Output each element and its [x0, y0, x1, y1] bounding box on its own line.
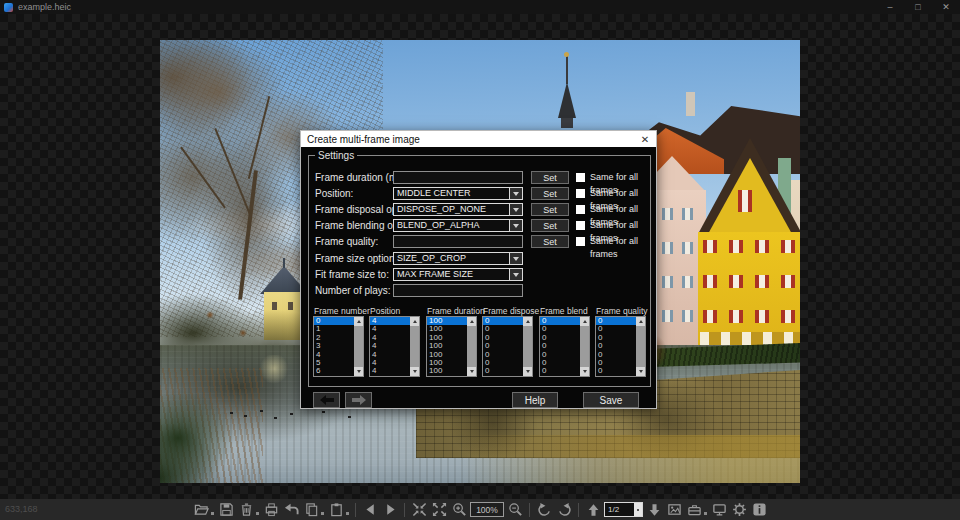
size-option-dropdown[interactable]: SIZE_OP_CROP [393, 252, 523, 265]
floppy-save-icon [219, 502, 234, 517]
next-image-button[interactable] [381, 501, 399, 519]
delete-button[interactable] [237, 501, 255, 519]
page-up-button[interactable] [584, 501, 602, 519]
next-frame-button[interactable] [345, 392, 372, 408]
image-view-button[interactable] [665, 501, 683, 519]
chevron-down-icon[interactable] [509, 269, 522, 280]
dropdown-dot-icon[interactable] [256, 512, 259, 515]
copy-button[interactable] [302, 501, 320, 519]
same-all-frames-checkbox[interactable] [576, 173, 585, 182]
photo-spire [566, 56, 568, 84]
scrollbar[interactable] [467, 317, 476, 376]
scroll-up-icon[interactable] [523, 317, 532, 326]
scroll-up-icon[interactable] [580, 317, 589, 326]
dropdown-dot-icon[interactable] [704, 512, 707, 515]
scroll-up-icon[interactable] [467, 317, 476, 326]
scrollbar[interactable] [580, 317, 589, 376]
page-down-button[interactable] [645, 501, 663, 519]
blending-dropdown[interactable]: BLEND_OP_ALPHA [393, 219, 523, 232]
print-button[interactable] [262, 501, 280, 519]
cursor-coordinates: 633,168 [5, 499, 38, 520]
toolbar-separator [529, 503, 530, 517]
same-all-frames-checkbox[interactable] [576, 237, 585, 246]
toolbar-buttons: 100% 1/2 [192, 499, 768, 520]
set-button[interactable]: Set [531, 203, 569, 216]
zoom-in-button[interactable] [450, 501, 468, 519]
set-button[interactable]: Set [531, 235, 569, 248]
page-dropdown-icon[interactable] [634, 503, 642, 516]
frame-number-list[interactable]: 0 1 2 3 4 5 6 [313, 316, 364, 377]
quality-label: Frame quality: [315, 235, 378, 248]
dialog-close-icon[interactable]: ✕ [638, 131, 652, 147]
arrow-down-icon [648, 503, 661, 517]
same-all-frames-checkbox[interactable] [576, 221, 585, 230]
scrollbar[interactable] [523, 317, 532, 376]
scroll-down-icon[interactable] [523, 367, 532, 376]
settings-button[interactable] [730, 501, 748, 519]
previous-image-button[interactable] [361, 501, 379, 519]
tools-button[interactable] [685, 501, 703, 519]
minimize-button[interactable]: – [876, 0, 904, 14]
page-indicator[interactable]: 1/2 [604, 502, 643, 517]
list-header-frame-number: Frame number [314, 306, 370, 316]
disposal-dropdown[interactable]: DISPOSE_OP_NONE [393, 203, 523, 216]
chevron-down-icon[interactable] [509, 253, 522, 264]
zoom-level-indicator[interactable]: 100% [470, 502, 504, 517]
scroll-down-icon[interactable] [636, 367, 645, 376]
plays-input[interactable] [393, 284, 523, 297]
blending-value: BLEND_OP_ALPHA [397, 220, 480, 230]
set-button[interactable]: Set [531, 219, 569, 232]
scroll-up-icon[interactable] [354, 317, 363, 326]
position-list[interactable]: 4 4 4 4 4 4 4 [369, 316, 420, 377]
help-button[interactable]: Help [512, 392, 558, 408]
scrollbar[interactable] [410, 317, 419, 376]
position-label: Position: [315, 187, 353, 200]
display-button[interactable] [710, 501, 728, 519]
fit-to-window-button[interactable] [410, 501, 428, 519]
dropdown-dot-icon[interactable] [321, 512, 324, 515]
set-button[interactable]: Set [531, 187, 569, 200]
paste-button[interactable] [327, 501, 345, 519]
set-button[interactable]: Set [531, 171, 569, 184]
same-all-frames-checkbox[interactable] [576, 205, 585, 214]
frame-dispose-list[interactable]: 0 0 0 0 0 0 0 [482, 316, 533, 377]
rotate-right-button[interactable] [555, 501, 573, 519]
chevron-down-icon[interactable] [509, 188, 522, 199]
scroll-down-icon[interactable] [467, 367, 476, 376]
scroll-down-icon[interactable] [410, 367, 419, 376]
frame-quality-list[interactable]: 0 0 0 0 0 0 0 [595, 316, 646, 377]
info-button[interactable] [750, 501, 768, 519]
quality-input[interactable] [393, 235, 523, 248]
scroll-down-icon[interactable] [354, 367, 363, 376]
scroll-up-icon[interactable] [410, 317, 419, 326]
frame-blend-list[interactable]: 0 0 0 0 0 0 0 [539, 316, 590, 377]
scroll-up-icon[interactable] [636, 317, 645, 326]
frame-duration-list[interactable]: 100 100 100 100 100 100 100 [426, 316, 477, 377]
fit-size-label: Fit frame size to: [315, 268, 389, 281]
zoom-out-button[interactable] [506, 501, 524, 519]
previous-frame-button[interactable] [313, 392, 340, 408]
open-button[interactable] [192, 501, 210, 519]
scrollbar[interactable] [354, 317, 363, 376]
same-all-frames-checkbox[interactable] [576, 189, 585, 198]
image-icon [667, 502, 682, 517]
chevron-down-icon[interactable] [509, 204, 522, 215]
maximize-button[interactable]: □ [904, 0, 932, 14]
dropdown-dot-icon[interactable] [211, 512, 214, 515]
dropdown-dot-icon[interactable] [346, 512, 349, 515]
save-file-button[interactable] [217, 501, 235, 519]
position-dropdown[interactable]: MIDDLE CENTER [393, 187, 523, 200]
actual-size-button[interactable] [430, 501, 448, 519]
chevron-down-icon[interactable] [509, 220, 522, 231]
scrollbar[interactable] [636, 317, 645, 376]
rotate-left-button[interactable] [535, 501, 553, 519]
save-button[interactable]: Save [583, 392, 639, 408]
scroll-down-icon[interactable] [580, 367, 589, 376]
dialog-titlebar[interactable]: Create multi-frame image ✕ [301, 131, 656, 147]
undo-button[interactable] [282, 501, 300, 519]
window-controls: – □ ✕ [876, 0, 960, 14]
fit-size-dropdown[interactable]: MAX FRAME SIZE [393, 268, 523, 281]
close-button[interactable]: ✕ [932, 0, 960, 14]
frame-duration-input[interactable] [393, 171, 523, 184]
fit-screen-icon [412, 502, 427, 517]
